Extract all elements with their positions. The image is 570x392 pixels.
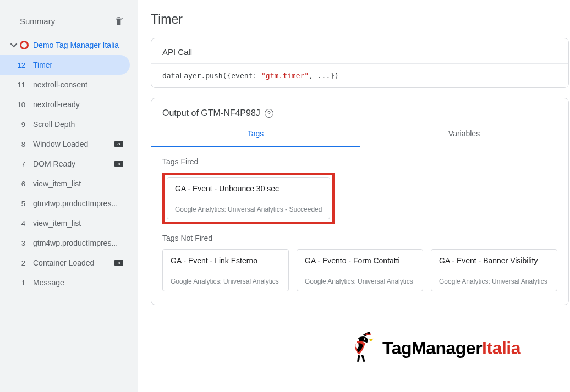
tabs: Tags Variables — [151, 122, 568, 147]
tag-card[interactable]: GA - Evento - Form ContattiGoogle Analyt… — [297, 249, 423, 291]
event-label: gtm4wp.productImpres... — [33, 239, 123, 247]
fired-label: Tags Fired — [162, 157, 557, 166]
event-num: 8 — [10, 140, 25, 148]
event-item[interactable]: 10nextroll-ready — [0, 95, 130, 114]
api-call-code: dataLayer.push({event: "gtm.timer", ...}… — [151, 63, 568, 87]
tab-tags[interactable]: Tags — [151, 122, 360, 147]
event-item[interactable]: 12Timer — [0, 55, 130, 75]
event-item[interactable]: 11nextroll-consent — [0, 75, 130, 95]
container-name: Demo Tag Manager Italia — [33, 41, 119, 49]
event-item[interactable]: 1Message — [0, 273, 130, 292]
highlight-box: GA - Event - Unbounce 30 sec Google Anal… — [162, 173, 335, 224]
event-num: 9 — [10, 120, 25, 129]
event-label: nextroll-consent — [33, 80, 123, 89]
tag-title: GA - Evento - Form Contatti — [297, 250, 423, 272]
tab-content: Tags Fired GA - Event - Unbounce 30 sec … — [151, 147, 568, 305]
api-call-label: API Call — [151, 38, 568, 63]
code-icon: ‹› — [114, 260, 123, 266]
event-label: view_item_list — [33, 219, 123, 228]
svg-rect-0 — [122, 18, 123, 19]
event-label: nextroll-ready — [33, 100, 123, 109]
output-title: Output of GTM-NF4P98J — [162, 108, 260, 118]
container-row[interactable]: Demo Tag Manager Italia — [0, 37, 138, 53]
event-label: Scroll Depth — [33, 120, 123, 129]
brand-logo: TagManagerItalia — [347, 330, 520, 366]
event-num: 12 — [10, 61, 25, 69]
page-title: Timer — [151, 12, 569, 27]
tag-sub: Google Analytics: Universal Analytics — [431, 272, 557, 291]
tag-card[interactable]: GA - Event - Banner VisibilityGoogle Ana… — [431, 249, 557, 291]
event-num: 5 — [10, 200, 25, 208]
event-label: Timer — [33, 60, 123, 69]
event-item[interactable]: 3gtm4wp.productImpres... — [0, 233, 130, 253]
help-icon[interactable]: ? — [265, 109, 273, 118]
tag-title: GA - Event - Banner Visibility — [431, 250, 557, 272]
not-fired-row: GA - Event - Link EsternoGoogle Analytic… — [162, 249, 557, 291]
event-item[interactable]: 4view_item_list — [0, 213, 130, 233]
output-header: Output of GTM-NF4P98J ? — [151, 98, 568, 122]
output-card: Output of GTM-NF4P98J ? Tags Variables T… — [151, 98, 569, 305]
not-fired-label: Tags Not Fired — [162, 234, 557, 242]
event-item[interactable]: 9Scroll Depth — [0, 114, 130, 134]
event-num: 2 — [10, 259, 25, 267]
tag-sub: Google Analytics: Universal Analytics - … — [167, 200, 330, 219]
tag-title: GA - Event - Link Esterno — [163, 250, 288, 272]
event-list: 12Timer11nextroll-consent10nextroll-read… — [0, 55, 138, 292]
event-num: 10 — [10, 101, 25, 109]
event-num: 11 — [10, 81, 25, 89]
svg-point-4 — [355, 343, 358, 349]
api-call-card: API Call dataLayer.push({event: "gtm.tim… — [151, 38, 569, 88]
brand-text: TagManagerItalia — [382, 338, 520, 358]
tag-card-fired[interactable]: GA - Event - Unbounce 30 sec Google Anal… — [167, 177, 330, 219]
event-item[interactable]: 5gtm4wp.productImpres... — [0, 194, 130, 213]
svg-rect-2 — [368, 332, 370, 334]
event-label: Window Loaded — [33, 140, 111, 148]
tag-sub: Google Analytics: Universal Analytics — [163, 272, 288, 291]
event-num: 7 — [10, 160, 25, 168]
sidebar: Summary Demo Tag Manager Italia 12Timer1… — [0, 0, 138, 392]
trash-icon[interactable] — [113, 15, 124, 26]
svg-point-3 — [364, 338, 365, 340]
tab-variables[interactable]: Variables — [360, 122, 568, 147]
event-label: view_item_list — [33, 179, 123, 188]
event-item[interactable]: 2Container Loaded‹› — [0, 253, 130, 273]
event-num: 1 — [10, 279, 25, 287]
summary-header: Summary — [0, 0, 138, 37]
code-icon: ‹› — [114, 141, 123, 147]
tag-card[interactable]: GA - Event - Link EsternoGoogle Analytic… — [162, 249, 289, 291]
event-item[interactable]: 7DOM Ready‹› — [0, 154, 130, 174]
event-num: 6 — [10, 180, 25, 188]
event-num: 4 — [10, 219, 25, 228]
event-item[interactable]: 6view_item_list — [0, 174, 130, 194]
event-label: gtm4wp.productImpres... — [33, 199, 123, 208]
chevron-down-icon — [10, 41, 18, 49]
summary-title[interactable]: Summary — [20, 16, 55, 26]
event-label: DOM Ready — [33, 159, 111, 168]
tag-title: GA - Event - Unbounce 30 sec — [167, 178, 330, 200]
code-icon: ‹› — [114, 161, 123, 167]
container-icon — [20, 41, 29, 49]
bird-icon — [347, 330, 379, 366]
tag-sub: Google Analytics: Universal Analytics — [297, 272, 423, 291]
event-num: 3 — [10, 239, 25, 247]
event-label: Container Loaded — [33, 258, 111, 267]
event-item[interactable]: 8Window Loaded‹› — [0, 134, 130, 154]
event-label: Message — [33, 278, 123, 287]
